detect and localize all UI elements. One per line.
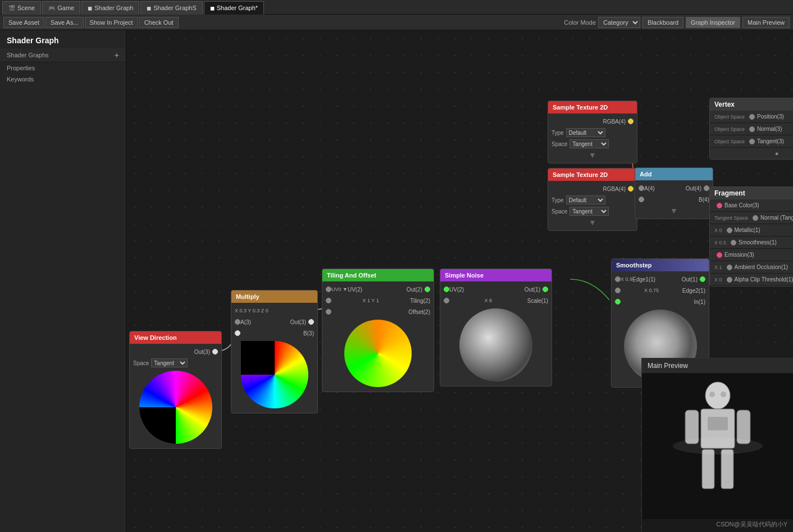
- noise-out-port: [543, 287, 548, 292]
- sidebar-item-properties[interactable]: Properties: [0, 62, 126, 74]
- vertex-node[interactable]: Vertex Object Space Position(3) Object S…: [709, 98, 793, 160]
- sample-texture-1-expand[interactable]: ▼: [548, 149, 637, 161]
- smoothstep-edge2-in: [615, 288, 621, 293]
- fragment-emission-name: Emission(3): [724, 252, 754, 258]
- add-out-port: [704, 185, 709, 191]
- tiling-out-port: [425, 287, 430, 292]
- sample-texture-2-body: RGBA(4) Type Default Space Tangent ▼: [548, 181, 637, 230]
- fragment-normal-name: Normal (Tangent Space)(3): [760, 215, 793, 221]
- sample-texture-1-rgba-port: [628, 119, 634, 124]
- fragment-basecolor-port: [717, 203, 722, 208]
- vertex-tangent-row: Object Space Tangent(3): [710, 135, 793, 148]
- fragment-ao-row: X 1 Ambient Occlusion(1): [710, 261, 793, 274]
- fragment-metallic-row: X 0 Metallic(1): [710, 224, 793, 237]
- tab-scene-label: Scene: [17, 4, 35, 11]
- view-dir-preview: [139, 371, 212, 444]
- smoothstep-edge1-label: Edge1(1): [632, 276, 655, 283]
- noise-body: UV(2) Out(1) X 8 Scale(1): [440, 281, 552, 386]
- blackboard-button[interactable]: Blackboard: [642, 17, 683, 28]
- add-shader-graph-button[interactable]: +: [115, 51, 119, 60]
- add-node-header: Add: [635, 168, 713, 180]
- smoothstep-out-label: Out(1): [682, 276, 698, 283]
- add-a-in-port: [639, 185, 644, 191]
- noise-uv-label: UV(2): [449, 287, 464, 293]
- sidebar-item-keywords[interactable]: Keywords: [0, 74, 126, 85]
- view-dir-space-label: Space: [133, 360, 149, 366]
- sample-texture-2-expand[interactable]: ▼: [548, 217, 637, 228]
- fragment-ao-name: Ambient Occlusion(1): [735, 264, 789, 270]
- fragment-alpha-port: [727, 277, 732, 283]
- multiply-xyz-row: X 0.3 Y 0.3 Z 0: [231, 305, 317, 316]
- save-as-button[interactable]: Save As...: [45, 17, 84, 28]
- noise-uv-row: UV(2) Out(1): [440, 284, 552, 295]
- sample-texture-1-type-row: Type Default: [548, 127, 637, 138]
- fragment-metallic-left: X 0: [714, 228, 722, 233]
- sample-texture-2-type-select[interactable]: Default: [566, 195, 605, 204]
- add-b-in-port: [639, 197, 644, 202]
- view-direction-title: View Direction: [134, 334, 177, 341]
- view-dir-space-select[interactable]: Tangent: [151, 358, 188, 367]
- view-dir-space-row: Space Tangent: [130, 357, 221, 369]
- svg-rect-5: [721, 449, 733, 489]
- color-mode-select[interactable]: Category: [598, 17, 640, 28]
- simple-noise-node[interactable]: Simple Noise UV(2) Out(1) X 8 Scale(1): [440, 269, 552, 387]
- shader-icon-1: ◼: [88, 5, 92, 11]
- sample-texture-2-space-select[interactable]: Tangent: [569, 207, 609, 216]
- fragment-smoothness-row: X 0.5 Smoothness(1): [710, 237, 793, 249]
- add-node[interactable]: Add A(4) Out(4) B(4) ▼: [635, 167, 713, 219]
- vertex-normal-left-label: Object Space: [714, 126, 745, 132]
- tiling-out-label: Out(2): [407, 287, 422, 293]
- tab-shader-graph-1[interactable]: ◼ Shader Graph: [81, 1, 139, 15]
- sample-texture-1-space-select[interactable]: Tangent: [569, 139, 609, 148]
- sample-texture-2-header: Sample Texture 2D: [548, 169, 637, 181]
- multiply-title: Multiply: [236, 293, 259, 300]
- sample-texture-2-space-row: Space Tangent: [548, 206, 637, 217]
- tiling-tiling-label: Tiling(2): [410, 298, 430, 304]
- fragment-alpha-row: X 0 Alpha Clip Threshold(1): [710, 274, 793, 286]
- vertex-position-port: [749, 114, 755, 120]
- sample-texture-node-2[interactable]: Sample Texture 2D RGBA(4) Type Default S…: [548, 168, 637, 231]
- multiply-a-row: A(3) Out(3): [231, 316, 317, 328]
- preview-robot: [642, 373, 793, 519]
- sample-texture-2-type-row: Type Default: [548, 194, 637, 206]
- tab-game[interactable]: 🎮 Game: [42, 1, 80, 15]
- sample-texture-node-1[interactable]: Sample Texture 2D RGBA(4) Type Default S…: [548, 101, 637, 163]
- fragment-emission-row: Emission(3): [710, 249, 793, 261]
- svg-point-0: [705, 382, 730, 409]
- sample-texture-2-rgba-row: RGBA(4): [548, 183, 637, 194]
- fragment-title: Fragment: [714, 189, 745, 197]
- noise-header: Simple Noise: [440, 269, 552, 281]
- vertex-tangent-left-label: Object Space: [714, 139, 745, 144]
- smoothstep-out-port: [700, 276, 705, 282]
- fragment-ao-left: X 1: [714, 265, 722, 270]
- fragment-alpha-name: Alpha Clip Threshold(1): [735, 276, 793, 283]
- tab-shader-graph-active[interactable]: ◼ Shader Graph*: [204, 1, 264, 15]
- multiply-a-in-port: [235, 319, 240, 325]
- smoothstep-x075: X 0.75: [644, 288, 659, 293]
- smoothstep-in-port: [615, 299, 621, 304]
- svg-rect-8: [708, 417, 728, 430]
- tiling-node[interactable]: Tiling And Offset UV0 ▼ UV(2) Out(2) X 1…: [322, 269, 434, 392]
- tab-shader-graph-s[interactable]: ◼ Shader GraphS: [140, 1, 202, 15]
- tab-scene[interactable]: 🎬 Scene: [2, 1, 41, 15]
- add-expand[interactable]: ▼: [635, 205, 713, 216]
- sample-texture-1-type-select[interactable]: Default: [566, 128, 605, 137]
- multiply-out-port: [308, 319, 314, 325]
- view-direction-node[interactable]: View Direction Out(3) Space Tangent: [129, 331, 222, 449]
- sample-texture-2-rgba-port: [628, 186, 634, 192]
- check-out-button[interactable]: Check Out: [139, 17, 179, 28]
- show-in-project-button[interactable]: Show In Project: [85, 17, 138, 28]
- tiling-uv-row: UV0 ▼ UV(2) Out(2): [322, 284, 434, 295]
- noise-title: Simple Noise: [445, 272, 484, 279]
- tab-game-label: Game: [57, 4, 74, 11]
- toolbar-right: Color Mode Category Blackboard Graph Ins…: [564, 17, 790, 28]
- multiply-node[interactable]: Multiply X 0.3 Y 0.3 Z 0 A(3) Out(3) B(3…: [231, 290, 318, 413]
- graph-area[interactable]: Sample Texture 2D RGBA(4) Type Default S…: [126, 30, 793, 532]
- add-out-label: Out(4): [686, 185, 701, 192]
- vertex-normal-name: Normal(3): [757, 126, 782, 132]
- graph-inspector-button[interactable]: Graph Inspector: [686, 17, 740, 28]
- save-asset-button[interactable]: Save Asset: [3, 17, 44, 28]
- main-preview-button[interactable]: Main Preview: [742, 17, 790, 28]
- tiling-offset-in-port: [326, 309, 331, 315]
- fragment-node[interactable]: Fragment Base Color(3) Tangent Space Nor…: [709, 187, 793, 287]
